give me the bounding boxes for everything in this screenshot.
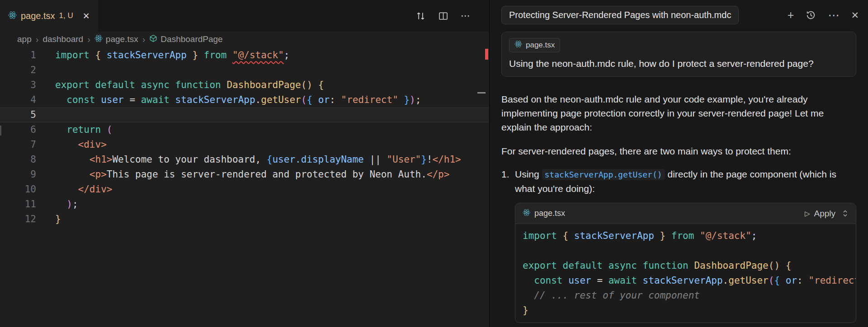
code-line[interactable]: 9 <p>This page is server-rendered and pr… — [0, 167, 489, 182]
code-line[interactable]: import { stackServerApp } from "@/stack"… — [523, 229, 849, 243]
code-block-filename: page.tsx — [534, 209, 565, 218]
code-line[interactable]: 3export default async function Dashboard… — [0, 78, 489, 93]
react-icon — [8, 11, 17, 21]
code-line[interactable]: // ... rest of your component — [523, 288, 849, 303]
chat-messages[interactable]: page.tsx Using the neon-auth.mdc rule, h… — [490, 30, 868, 327]
new-chat-icon[interactable]: + — [788, 9, 794, 21]
list-marker: 1. — [501, 167, 515, 196]
code-text: </div> — [55, 182, 112, 197]
line-number: 6 — [0, 122, 36, 137]
code-text: export default async function DashboardP… — [523, 258, 791, 273]
chat-code-block: page.tsx ▷ Apply import { stackServerApp… — [515, 203, 856, 323]
code-block-content[interactable]: import { stackServerApp } from "@/stack"… — [515, 224, 856, 322]
file-context-chip[interactable]: page.tsx — [509, 38, 560, 52]
code-lines[interactable]: 1import { stackServerApp } from "@/stack… — [0, 48, 489, 227]
react-icon — [514, 40, 522, 50]
code-line[interactable]: 1import { stackServerApp } from "@/stack… — [0, 48, 489, 63]
tab-git-status: 1, U — [59, 11, 73, 20]
user-question: Using the neon-auth.mdc rule, how do I p… — [509, 58, 849, 69]
code-text: import { stackServerApp } from "@/stack"… — [523, 229, 757, 243]
code-text: <h1>Welcome to your dashboard, {user.dis… — [55, 152, 461, 167]
line-number: 11 — [0, 197, 36, 212]
code-text: import { stackServerApp } from "@/stack"… — [55, 48, 289, 63]
line-number: 2 — [0, 63, 36, 78]
line-number: 12 — [0, 212, 36, 227]
code-text: // ... rest of your component — [523, 288, 700, 303]
line-number: 5 — [0, 107, 36, 122]
code-editor[interactable]: 1import { stackServerApp } from "@/stack… — [0, 47, 489, 227]
open-changes-icon[interactable] — [415, 11, 426, 21]
code-line[interactable]: } — [523, 303, 849, 318]
numbered-list-item: 1. Using stackServerApp.getUser() direct… — [501, 167, 856, 196]
assistant-paragraph: Based on the neon-auth.mdc rule and your… — [501, 92, 856, 134]
line-number: 4 — [0, 93, 36, 107]
error-marker — [485, 49, 488, 60]
apply-label: Apply — [814, 209, 835, 219]
more-actions-icon[interactable]: ⋯ — [461, 10, 470, 21]
line-number: 9 — [0, 167, 36, 182]
code-line[interactable] — [523, 243, 849, 258]
close-icon[interactable]: ✕ — [83, 11, 90, 21]
user-message-card: page.tsx Using the neon-auth.mdc rule, h… — [501, 32, 856, 77]
close-panel-icon[interactable]: ✕ — [851, 10, 859, 20]
chat-header: Protecting Server-Rendered Pages with ne… — [490, 0, 868, 30]
code-text: } — [55, 212, 61, 227]
line-number: 7 — [0, 137, 36, 152]
editor-tab-bar: page.tsx 1, U ✕ ⋯ — [0, 0, 489, 32]
code-text: const user = await stackServerApp.getUse… — [523, 273, 856, 288]
code-text: } — [523, 303, 528, 318]
code-text: return ( — [55, 122, 112, 137]
chat-panel: Protecting Server-Rendered Pages with ne… — [489, 0, 868, 327]
breadcrumb-dashboard[interactable]: dashboard — [42, 34, 83, 44]
code-text: const user = await stackServerApp.getUse… — [55, 93, 421, 107]
window-edge-notch — [0, 126, 1, 135]
editor-pane: page.tsx 1, U ✕ ⋯ app › dashboard › — [0, 0, 489, 327]
code-line[interactable]: 7 <div> — [0, 137, 489, 152]
code-line[interactable]: 6 return ( — [0, 122, 489, 137]
code-text: ); — [55, 197, 78, 212]
breadcrumb-app[interactable]: app — [17, 34, 32, 44]
line-number: 10 — [0, 182, 36, 197]
tab-label: page.tsx — [21, 11, 55, 21]
line-number: 1 — [0, 48, 36, 63]
split-editor-icon[interactable] — [439, 11, 448, 21]
breadcrumb-file[interactable]: page.tsx — [94, 34, 138, 45]
chat-title[interactable]: Protecting Server-Rendered Pages with ne… — [501, 6, 739, 24]
file-chip-label: page.tsx — [526, 41, 555, 50]
breadcrumb-symbol[interactable]: DashboardPage — [149, 34, 222, 45]
code-line[interactable]: const user = await stackServerApp.getUse… — [523, 273, 849, 288]
line-number: 3 — [0, 78, 36, 93]
code-line[interactable]: 11 ); — [0, 197, 489, 212]
code-block-header: page.tsx ▷ Apply — [515, 203, 856, 224]
chevron-right-icon: › — [36, 34, 39, 45]
overview-ruler-marker — [477, 92, 486, 93]
symbol-cube-icon — [149, 34, 157, 45]
code-line[interactable]: 4 const user = await stackServerApp.getU… — [0, 93, 489, 107]
code-text: export default async function DashboardP… — [55, 78, 324, 93]
assistant-paragraph: For server-rendered pages, there are two… — [501, 144, 856, 158]
history-icon[interactable] — [806, 10, 816, 20]
chat-header-icons: + ⋯ ✕ — [788, 9, 859, 21]
code-line[interactable]: 8 <h1>Welcome to your dashboard, {user.d… — [0, 152, 489, 167]
more-options-icon[interactable]: ⋯ — [828, 9, 839, 21]
play-icon: ▷ — [805, 210, 810, 218]
chevron-right-icon: › — [87, 34, 90, 45]
code-line[interactable]: 10 </div> — [0, 182, 489, 197]
react-icon — [94, 34, 103, 45]
tab-page-tsx[interactable]: page.tsx 1, U ✕ — [0, 0, 99, 32]
line-number: 8 — [0, 152, 36, 167]
expand-collapse-icon[interactable] — [842, 209, 849, 218]
code-line[interactable]: 5 — [0, 107, 489, 122]
code-line[interactable]: 12} — [0, 212, 489, 227]
apply-button[interactable]: ▷ Apply — [805, 209, 835, 219]
code-text: <p>This page is server-rendered and prot… — [55, 167, 449, 182]
react-icon — [523, 209, 530, 218]
app-window: page.tsx 1, U ✕ ⋯ app › dashboard › — [0, 0, 868, 327]
code-line[interactable]: export default async function DashboardP… — [523, 258, 849, 273]
code-text: <div> — [55, 137, 107, 152]
list-item-text: Using stackServerApp.getUser() directly … — [515, 167, 856, 196]
editor-actions: ⋯ — [415, 0, 489, 32]
code-line[interactable]: 2 — [0, 63, 489, 78]
breadcrumb: app › dashboard › page.tsx › DashboardPa… — [0, 32, 489, 47]
inline-code[interactable]: stackServerApp.getUser() — [542, 169, 665, 180]
